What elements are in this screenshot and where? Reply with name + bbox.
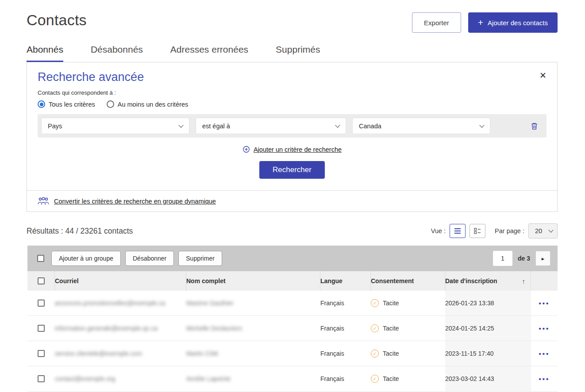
bulk-actions: Ajouter à un groupe Désabonner Supprimer	[51, 251, 222, 266]
header-actions: Exporter + Ajouter des contacts	[412, 12, 558, 33]
row-checkbox[interactable]	[38, 375, 45, 382]
match-label: Contacts qui correspondent à :	[38, 89, 547, 96]
header-checkbox-cell	[27, 271, 55, 291]
contact-email: service.clientele@exemple.com	[55, 350, 142, 357]
criterion-value-select[interactable]: Canada	[352, 118, 490, 134]
contact-date: 2026-01-23 13:38	[445, 291, 531, 315]
plus-icon: +	[478, 18, 483, 27]
contact-consent: Tacite	[383, 350, 399, 357]
chevron-down-icon	[335, 123, 340, 127]
contact-language: Français	[320, 291, 371, 315]
radio-any-criteria[interactable]: Au moins un des critères	[107, 100, 189, 108]
contact-name: Amélie Lapointe	[186, 375, 231, 382]
contact-email: annonces.promotionnelles@exemple.ca	[55, 300, 165, 307]
row-actions-menu[interactable]: •••	[539, 300, 550, 307]
criterion-field-select[interactable]: Pays	[41, 118, 189, 134]
criterion-operator-select[interactable]: est égal à	[196, 118, 346, 134]
table-row: service.clientele@exemple.com Martin Côt…	[27, 341, 558, 366]
add-criterion-link[interactable]: Ajouter un critère de recherche	[242, 146, 342, 153]
convert-to-group-row: Convertir les critères de recherche en g…	[27, 190, 557, 211]
contact-name: Maxime Gauthier	[186, 300, 234, 307]
table-toolbar: Ajouter à un groupe Désabonner Supprimer…	[27, 246, 558, 271]
page-total-label: de 3	[518, 255, 530, 262]
card-view-button[interactable]	[470, 224, 485, 238]
row-actions-menu[interactable]: •••	[539, 325, 550, 332]
per-page-select[interactable]: 20	[528, 223, 558, 238]
tab-bar: Abonnés Désabonnés Adresses erronées Sup…	[0, 33, 585, 62]
page-number-input[interactable]	[493, 251, 512, 266]
consent-check-icon: ✓	[371, 299, 379, 307]
contact-consent-cell: ✓ Tacite	[371, 291, 445, 315]
row-checkbox[interactable]	[38, 300, 45, 307]
criterion-row: Pays est égal à Canada	[38, 114, 547, 138]
contact-name: Martin Côté	[186, 350, 218, 357]
delete-button[interactable]: Supprimer	[178, 251, 222, 266]
per-page-label: Par page :	[495, 227, 524, 234]
next-page-icon: ▸	[542, 255, 545, 262]
header-select-all-checkbox[interactable]	[38, 277, 45, 284]
row-checkbox[interactable]	[38, 325, 45, 332]
results-bar: Résultats : 44 / 23261 contacts Vue : Pa…	[27, 223, 558, 238]
column-header-email[interactable]: Courriel	[55, 271, 186, 291]
chevron-down-icon	[178, 123, 183, 127]
column-header-language[interactable]: Langue	[320, 271, 371, 291]
contact-date: 2023-03-02 14:43	[445, 366, 531, 391]
advanced-search-title: Recherche avancée	[38, 70, 547, 84]
column-header-name[interactable]: Nom complet	[186, 271, 320, 291]
add-criterion-row: Ajouter un critère de recherche	[38, 146, 547, 153]
table-header-row: Courriel Nom complet Langue Consentement…	[27, 271, 558, 291]
table-row: contact@exemple.org Amélie Lapointe Fran…	[27, 366, 558, 392]
consent-check-icon: ✓	[371, 350, 379, 357]
contact-name: Michelle Deslauriers	[186, 325, 242, 332]
per-page-value: 20	[535, 227, 542, 234]
next-page-button[interactable]: ▸	[535, 251, 550, 266]
tab-abonnes[interactable]: Abonnés	[27, 44, 63, 62]
close-icon[interactable]: ✕	[539, 71, 547, 80]
column-header-date[interactable]: Date d'inscription ↑	[445, 271, 531, 291]
radio-any-criteria-control[interactable]	[107, 100, 114, 108]
convert-to-group-link[interactable]: Convertir les critères de recherche en g…	[54, 198, 216, 205]
add-criterion-link-text[interactable]: Ajouter un critère de recherche	[254, 146, 342, 153]
radio-all-criteria-label[interactable]: Tous les critères	[49, 101, 95, 108]
add-to-group-button[interactable]: Ajouter à un groupe	[51, 251, 121, 266]
consent-check-icon: ✓	[371, 375, 379, 383]
radio-any-criteria-label[interactable]: Au moins un des critères	[118, 101, 189, 108]
view-label: Vue :	[431, 227, 446, 234]
column-header-consent[interactable]: Consentement	[371, 271, 445, 291]
card-view-icon	[474, 228, 481, 234]
pagination: de 3 ▸	[493, 251, 550, 266]
column-header-date-label: Date d'inscription	[445, 277, 497, 284]
search-button-row: Rechercher	[38, 161, 547, 179]
unsubscribe-button[interactable]: Désabonner	[125, 251, 174, 266]
radio-all-criteria[interactable]: Tous les critères	[38, 100, 95, 108]
row-checkbox[interactable]	[38, 350, 45, 357]
add-contacts-button[interactable]: + Ajouter des contacts	[468, 12, 558, 33]
contacts-table: Ajouter à un groupe Désabonner Supprimer…	[27, 246, 558, 392]
page-header: Contacts Exporter + Ajouter des contacts	[0, 0, 585, 33]
tab-desabonnes[interactable]: Désabonnés	[91, 44, 143, 62]
row-actions-menu[interactable]: •••	[539, 375, 550, 383]
criterion-field-value: Pays	[48, 123, 62, 130]
contact-email: information.generale@exemple.qc.ca	[55, 325, 158, 332]
list-view-button[interactable]	[450, 224, 466, 238]
radio-all-criteria-control[interactable]	[38, 100, 45, 108]
export-button[interactable]: Exporter	[412, 12, 461, 33]
group-icon	[38, 197, 49, 205]
contact-consent-cell: ✓ Tacite	[371, 366, 445, 391]
row-checkbox-cell	[27, 366, 55, 391]
contact-language: Français	[320, 316, 371, 341]
trash-icon[interactable]	[530, 122, 539, 131]
row-checkbox-cell	[27, 341, 55, 366]
select-all-checkbox[interactable]	[37, 255, 44, 262]
row-actions-menu[interactable]: •••	[539, 350, 550, 357]
column-header-actions	[531, 271, 558, 291]
row-checkbox-cell	[27, 291, 55, 315]
search-button[interactable]: Rechercher	[259, 161, 325, 179]
chevron-down-icon	[479, 123, 484, 127]
tab-adresses-erronees[interactable]: Adresses erronées	[170, 44, 248, 62]
table-row: annonces.promotionnelles@exemple.ca Maxi…	[27, 291, 558, 316]
chevron-down-icon	[548, 227, 553, 232]
table-row: information.generale@exemple.qc.ca Miche…	[27, 316, 558, 341]
tab-supprimes[interactable]: Supprimés	[276, 44, 320, 62]
sort-ascending-icon[interactable]: ↑	[522, 277, 526, 285]
